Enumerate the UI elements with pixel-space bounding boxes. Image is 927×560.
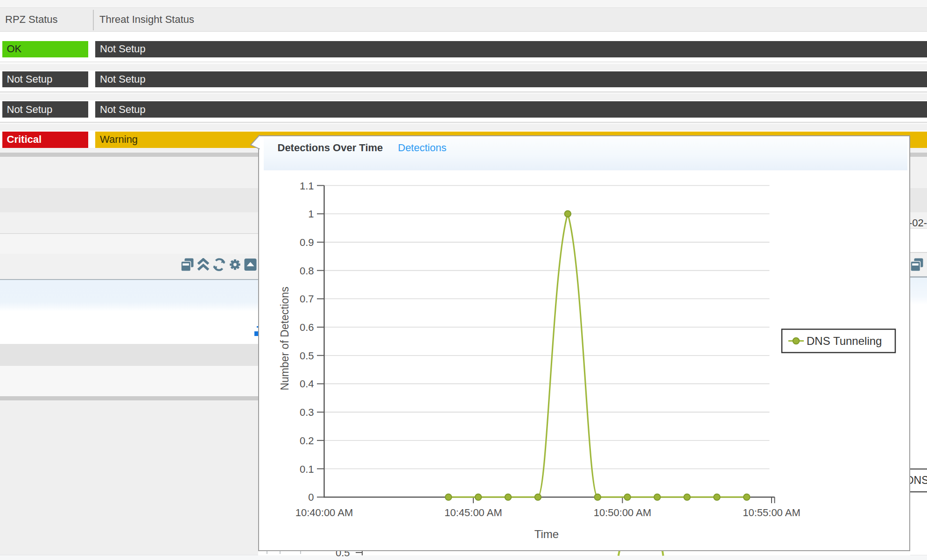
column-header-threat-insight-status[interactable]: Threat Insight Status [99, 8, 286, 31]
status-label: Not Setup [100, 73, 146, 85]
flyout-title-label: Detections Over Time [278, 142, 383, 154]
column-divider [93, 10, 94, 30]
status-label: Not Setup [7, 73, 53, 85]
status-label: OK [7, 43, 22, 55]
y-tick-label: 1.1 [299, 180, 314, 191]
status-label: Not Setup [7, 104, 53, 116]
series-point [624, 494, 631, 500]
series-point [445, 494, 451, 500]
refresh-icon[interactable] [213, 258, 225, 271]
detections-over-time-chart: 00.10.20.30.40.50.60.70.80.911.110:40:00… [259, 136, 909, 550]
left-chart-axis-fragment [362, 551, 363, 555]
dashboard-page: RPZ Status Threat Insight Status OKNot S… [0, 0, 927, 560]
series-point [564, 210, 571, 217]
detections-flyout: 00.10.20.30.40.50.60.70.80.911.110:40:00… [258, 135, 910, 551]
flyout-header: Detections Over Time Detections [264, 138, 907, 170]
y-tick-label: 0.4 [299, 378, 314, 390]
status-label: Not Setup [100, 43, 146, 55]
series-point [505, 494, 511, 500]
row-separator [0, 64, 927, 70]
flyout-title: Detections Over Time [278, 138, 383, 158]
series-point [534, 494, 541, 500]
column-header-rpz-status[interactable]: RPZ Status [5, 8, 89, 31]
copy-icon[interactable] [181, 258, 194, 271]
left-chart-label-fragment [300, 551, 301, 554]
column-header-label: Threat Insight Status [99, 14, 194, 26]
collapse-up-icon[interactable] [197, 258, 210, 271]
rpz-status-cell-row2[interactable]: Not Setup [2, 71, 89, 88]
y-tick-label: 0.7 [299, 293, 314, 305]
rpz-status-cell-row3[interactable]: Not Setup [2, 101, 89, 118]
y-tick-label: 0.8 [299, 265, 314, 276]
threat-insight-status-cell-row1[interactable]: Not Setup [95, 41, 927, 57]
row-separator [0, 124, 927, 131]
y-tick-label: 0.3 [299, 406, 314, 418]
detections-link[interactable]: Detections [398, 138, 447, 158]
legend-marker [793, 337, 799, 344]
page-bottom-strip [0, 555, 927, 560]
right-widget-subheader-band [910, 278, 927, 305]
rpz-status-cell-row4[interactable]: Critical [2, 132, 89, 148]
top-strip [0, 0, 927, 7]
y-tick-label: 1 [308, 208, 314, 220]
y-tick-label: 0.9 [299, 237, 314, 248]
right-widget-date-fragment: -02- [909, 217, 927, 229]
right-widget-band [910, 229, 927, 252]
series-point [714, 494, 720, 500]
threat-insight-status-cell-row2[interactable]: Not Setup [95, 71, 927, 88]
column-header-label: RPZ Status [5, 14, 57, 26]
panel-toggle-icon[interactable] [244, 258, 257, 271]
y-tick-label: 0.6 [299, 322, 314, 333]
threat-insight-status-cell-row3[interactable]: Not Setup [95, 101, 927, 118]
x-tick-label: 10:45:00 AM [444, 507, 502, 518]
y-tick-label: 0.5 [299, 350, 314, 361]
left-chart-label-fragment [267, 551, 267, 554]
flyout-callout-arrow [246, 132, 262, 153]
x-axis-title: Time [534, 528, 558, 540]
series-point [594, 494, 601, 500]
y-tick-label: 0 [308, 491, 314, 503]
status-label: Not Setup [100, 104, 146, 116]
series-point [743, 494, 750, 500]
left-chart-label-fragment [280, 551, 281, 554]
x-tick-label: 10:50:00 AM [593, 507, 651, 518]
table-header-row: RPZ Status Threat Insight Status [0, 7, 927, 32]
row-separator [0, 94, 927, 100]
right-widget-band [910, 492, 927, 555]
settings-icon[interactable] [229, 258, 241, 271]
right-widget-bottom-strip [910, 555, 927, 560]
detections-link-label: Detections [398, 142, 447, 154]
legend-label: DNS Tunneling [807, 334, 882, 347]
series-point [475, 494, 481, 500]
series-point [654, 494, 660, 500]
rpz-status-cell-row1[interactable]: OK [2, 41, 89, 57]
copy-icon[interactable] [911, 258, 923, 271]
x-tick-label: 10:40:00 AM [295, 507, 353, 518]
status-label: Warning [100, 133, 138, 146]
x-tick-label: 10:55:00 AM [743, 507, 801, 518]
series-point [684, 494, 690, 500]
y-axis-title: Number of Detections [279, 287, 291, 390]
y-tick-label: 0.2 [299, 435, 314, 447]
status-label: Critical [7, 133, 42, 146]
right-widget-band [910, 305, 927, 469]
y-tick-label: 0.1 [299, 463, 314, 475]
